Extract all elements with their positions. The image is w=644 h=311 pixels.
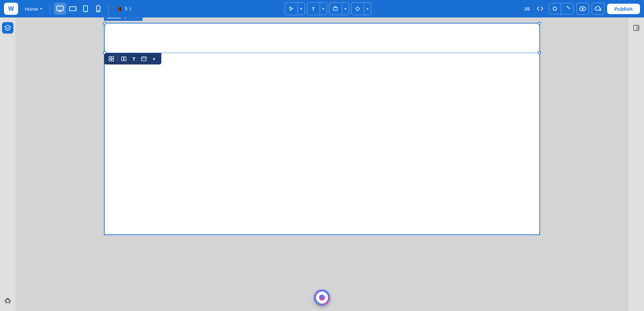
left-sidebar — [0, 17, 15, 311]
mobile-icon[interactable] — [92, 3, 104, 15]
ai-assistant-button[interactable] — [314, 290, 330, 306]
section-label: Section ⊹ ↑ ↓ ··· — [104, 17, 143, 21]
desktop-icon[interactable] — [54, 3, 66, 15]
el-tool-layout[interactable] — [139, 54, 149, 63]
canvas-area: Section ⊹ ↑ ↓ ··· — [15, 17, 629, 311]
text-dropdown[interactable]: ▾ — [320, 3, 327, 15]
shape-dropdown[interactable]: ▾ — [342, 3, 349, 15]
svg-point-13 — [638, 27, 639, 28]
undo-redo-group — [549, 3, 574, 14]
center-tools: ▾ T ▾ ▾ ▾ — [285, 2, 371, 15]
section-label-text: Section — [107, 17, 121, 20]
bug-icon[interactable] — [2, 295, 13, 306]
navbar: W Home ▾ 🎩 5 ℹ ▾ — [0, 0, 644, 17]
resize-handle-bl[interactable] — [103, 51, 106, 54]
section-down-icon[interactable]: ↓ — [132, 17, 135, 20]
svg-rect-16 — [112, 56, 114, 58]
resize-handle-tl[interactable] — [103, 22, 106, 25]
canvas-wrapper: Section ⊹ ↑ ↓ ··· — [104, 23, 540, 235]
svg-point-9 — [582, 8, 583, 10]
tablet-portrait-icon[interactable] — [79, 3, 92, 15]
right-panel-icon[interactable] — [631, 22, 642, 34]
right-controls: JS Publish — [522, 3, 640, 15]
shape-tool-group: ▾ — [329, 2, 349, 15]
svg-point-2 — [75, 8, 76, 9]
section-more-icon[interactable]: ··· — [137, 17, 140, 20]
svg-rect-7 — [333, 7, 337, 10]
home-label: Home — [25, 6, 38, 12]
el-tool-columns[interactable] — [119, 54, 128, 63]
el-tool-text[interactable]: T — [129, 54, 139, 63]
shape-tool[interactable] — [329, 3, 342, 15]
js-button[interactable]: JS — [522, 5, 533, 13]
diamond-tool-group: ▾ — [351, 2, 371, 15]
svg-rect-19 — [121, 57, 123, 61]
selected-section-box[interactable] — [105, 24, 539, 53]
nav-divider-2 — [108, 3, 109, 14]
svg-rect-21 — [142, 57, 146, 61]
home-dropdown[interactable]: Home ▾ — [21, 5, 46, 13]
lower-content-area — [105, 53, 539, 234]
el-tool-chevron[interactable]: ▾ — [149, 54, 159, 63]
text-tool-group: T ▾ — [307, 2, 327, 15]
svg-point-10 — [6, 299, 9, 303]
svg-point-14 — [638, 28, 639, 29]
canvas-frame: T ▾ — [104, 23, 540, 235]
resize-handle-br[interactable] — [538, 51, 541, 54]
section-move-icon[interactable]: ⊹ — [123, 17, 126, 20]
svg-rect-20 — [124, 57, 126, 61]
tablet-landscape-icon[interactable] — [67, 3, 79, 15]
element-toolbar: T ▾ — [104, 53, 161, 64]
preview-button[interactable] — [576, 3, 589, 15]
text-tool[interactable]: T — [307, 3, 320, 15]
info-icon: ℹ — [129, 6, 131, 11]
el-divider-1 — [117, 55, 118, 62]
code-editor-icon[interactable] — [534, 3, 546, 15]
ai-button-inner — [316, 292, 328, 304]
svg-point-23 — [319, 295, 325, 301]
svg-point-4 — [85, 11, 86, 11]
resize-handle-tr[interactable] — [538, 22, 541, 25]
svg-rect-15 — [109, 56, 111, 58]
svg-rect-0 — [57, 6, 63, 10]
cloud-icon: 🎩 — [116, 6, 123, 12]
svg-rect-18 — [112, 59, 114, 61]
cloud-count: 5 — [125, 6, 127, 11]
diamond-dropdown[interactable]: ▾ — [364, 3, 371, 15]
right-sidebar — [629, 17, 644, 311]
el-tool-grid[interactable] — [107, 54, 116, 63]
logo-text: W — [8, 5, 14, 12]
layers-icon[interactable] — [2, 22, 13, 34]
logo[interactable]: W — [4, 3, 18, 15]
cloud-publish-icon[interactable] — [592, 3, 604, 15]
nav-divider-1 — [50, 3, 50, 14]
redo-button[interactable] — [561, 3, 573, 14]
home-chevron-icon: ▾ — [40, 7, 42, 11]
sidebar-bottom — [2, 295, 13, 311]
cloud-badge[interactable]: 🎩 5 ℹ — [113, 4, 135, 13]
edit-tool-group: ▾ — [285, 2, 305, 15]
cursor-tool[interactable] — [285, 3, 298, 15]
device-group — [54, 3, 104, 15]
undo-button[interactable] — [549, 3, 561, 14]
section-up-icon[interactable]: ↑ — [128, 17, 130, 20]
cursor-dropdown[interactable]: ▾ — [298, 3, 305, 15]
diamond-tool[interactable] — [352, 3, 364, 15]
svg-rect-11 — [634, 25, 639, 31]
publish-button[interactable]: Publish — [607, 4, 640, 14]
svg-rect-17 — [109, 59, 111, 61]
